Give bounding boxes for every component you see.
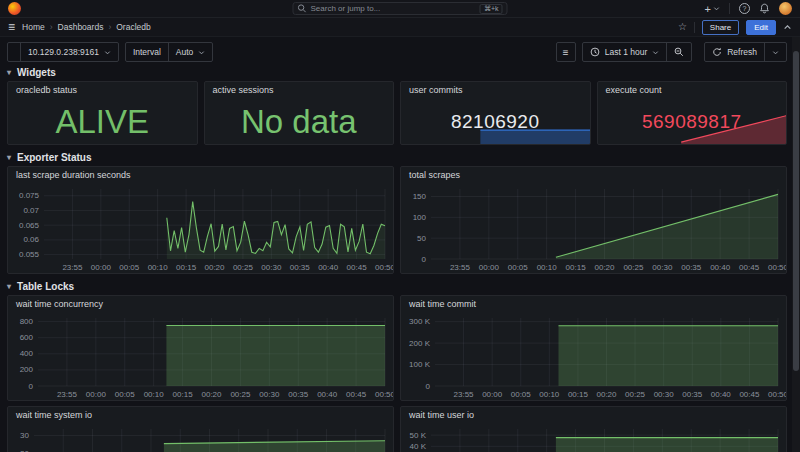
interval-dropdown[interactable]: Auto: [168, 43, 213, 61]
plus-icon: +: [705, 3, 711, 15]
help-icon[interactable]: ?: [739, 3, 750, 14]
time-range-picker[interactable]: Last 1 hour: [583, 43, 667, 61]
collapse-header-chevron-up-icon[interactable]: [783, 23, 792, 32]
favorite-star-icon[interactable]: ☆: [678, 22, 687, 32]
row-title: Widgets: [17, 67, 56, 78]
svg-text:00:50: 00:50: [375, 390, 393, 399]
svg-text:00:50: 00:50: [768, 390, 786, 399]
panel-total-scrapes: total scrapes 23:5500:0000:0500:1000:150…: [400, 166, 787, 274]
svg-text:00:30: 00:30: [654, 390, 675, 399]
svg-text:00:35: 00:35: [681, 263, 702, 272]
stat-value: 82106920: [451, 112, 540, 131]
svg-text:00:30: 00:30: [652, 263, 673, 272]
svg-text:00:15: 00:15: [566, 263, 587, 272]
svg-text:00:45: 00:45: [346, 390, 367, 399]
svg-text:00:25: 00:25: [233, 263, 254, 272]
svg-text:00:00: 00:00: [86, 390, 107, 399]
svg-text:600: 600: [20, 333, 34, 342]
scrollbar-track[interactable]: [792, 37, 800, 452]
search-icon: [298, 4, 307, 13]
panel-title[interactable]: wait time commit: [401, 296, 786, 312]
add-new-button[interactable]: +: [705, 3, 720, 15]
svg-text:150: 150: [413, 192, 427, 201]
panel-oracledb-status: oracledb status ALIVE: [7, 81, 198, 145]
breadcrumb-home[interactable]: Home: [22, 22, 45, 32]
svg-text:23:55: 23:55: [62, 263, 83, 272]
notifications-bell-icon[interactable]: [759, 3, 770, 14]
time-series-chart[interactable]: 23:5500:0000:0500:1000:1500:2000:2500:30…: [8, 423, 393, 452]
svg-text:00:15: 00:15: [176, 263, 197, 272]
svg-text:23:55: 23:55: [454, 390, 475, 399]
zoom-out-time-button[interactable]: [666, 43, 691, 61]
panel-title[interactable]: oracledb status: [8, 82, 197, 98]
svg-text:0.075: 0.075: [19, 191, 40, 200]
stat-value: No data: [241, 105, 357, 138]
kiosk-mode-button[interactable]: ≡: [556, 42, 576, 62]
time-series-chart[interactable]: 23:5500:0000:0500:1000:1500:2000:2500:30…: [401, 183, 786, 273]
time-series-chart[interactable]: 23:5500:0000:0500:1000:1500:2000:2500:30…: [401, 423, 786, 452]
panel-title[interactable]: active sessions: [205, 82, 394, 98]
edit-button[interactable]: Edit: [746, 20, 776, 35]
panel-title[interactable]: wait time concurrency: [8, 296, 393, 312]
time-series-chart[interactable]: 23:5500:0000:0500:1000:1500:2000:2500:30…: [8, 183, 393, 273]
svg-text:00:25: 00:25: [230, 390, 251, 399]
svg-text:100 K: 100 K: [409, 360, 431, 369]
user-avatar[interactable]: [779, 2, 792, 15]
svg-text:00:50: 00:50: [375, 263, 393, 272]
svg-text:0.055: 0.055: [19, 250, 40, 259]
variable-label: [8, 43, 20, 61]
interval-value: Auto: [176, 47, 194, 57]
refresh-interval-dropdown[interactable]: [764, 43, 786, 61]
search-input[interactable]: Search or jump to... ⌘+k: [293, 2, 508, 15]
svg-text:00:20: 00:20: [596, 390, 617, 399]
divider: [729, 3, 730, 14]
panel-wait-time-commit: wait time commit 23:5500:0000:0500:1000:…: [400, 295, 787, 401]
grafana-logo[interactable]: [8, 2, 21, 15]
svg-text:400: 400: [20, 349, 34, 358]
svg-text:00:20: 00:20: [204, 263, 225, 272]
svg-text:00:25: 00:25: [623, 263, 644, 272]
svg-text:00:00: 00:00: [479, 263, 500, 272]
chevron-down-icon: [772, 49, 779, 56]
share-button[interactable]: Share: [702, 20, 739, 35]
magnifier-minus-icon: [674, 47, 684, 57]
svg-text:00:45: 00:45: [347, 263, 368, 272]
interval-label: Interval: [126, 43, 168, 61]
panel-title[interactable]: total scrapes: [401, 167, 786, 183]
panel-user-commits: user commits 82106920: [400, 81, 591, 145]
panel-title[interactable]: wait time user io: [401, 407, 786, 423]
breadcrumb-current-dashboard: Oracledb: [116, 22, 151, 32]
svg-text:00:50: 00:50: [768, 263, 786, 272]
row-title: Table Locks: [17, 281, 74, 292]
clock-icon: [590, 47, 600, 57]
time-series-chart[interactable]: 23:5500:0000:0500:1000:1500:2000:2500:30…: [401, 312, 786, 400]
panel-active-sessions: active sessions No data: [204, 81, 395, 145]
panel-title[interactable]: last scrape duration seconds: [8, 167, 393, 183]
svg-text:0: 0: [29, 382, 34, 391]
svg-text:0.065: 0.065: [19, 221, 40, 230]
menu-hamburger-icon[interactable]: ≡: [8, 21, 15, 33]
svg-text:00:05: 00:05: [115, 390, 136, 399]
svg-text:00:00: 00:00: [482, 390, 503, 399]
svg-text:30: 30: [20, 431, 29, 440]
row-header-table-locks[interactable]: ▾ Table Locks: [7, 279, 793, 293]
svg-text:0: 0: [422, 255, 427, 264]
breadcrumb: Home › Dashboards › Oracledb: [22, 22, 151, 32]
time-series-chart[interactable]: 23:5500:0000:0500:1000:1500:2000:2500:30…: [8, 312, 393, 400]
panel-title[interactable]: wait time system io: [8, 407, 393, 423]
svg-text:00:10: 00:10: [144, 390, 165, 399]
row-header-exporter-status[interactable]: ▾ Exporter Status: [7, 150, 793, 164]
panel-title[interactable]: execute count: [598, 82, 787, 98]
svg-text:00:05: 00:05: [511, 390, 532, 399]
svg-text:00:10: 00:10: [537, 263, 558, 272]
instance-variable-dropdown[interactable]: 10.129.0.238:9161: [20, 43, 118, 61]
svg-text:50: 50: [417, 234, 426, 243]
row-chevron-down-icon: ▾: [7, 282, 11, 291]
svg-text:00:25: 00:25: [625, 390, 646, 399]
breadcrumb-dashboards[interactable]: Dashboards: [58, 22, 104, 32]
scrollbar-thumb[interactable]: [793, 51, 799, 371]
row-header-widgets[interactable]: ▾ Widgets: [7, 65, 793, 79]
panel-title[interactable]: user commits: [401, 82, 590, 98]
svg-text:800: 800: [20, 317, 34, 326]
refresh-button[interactable]: Refresh: [705, 43, 764, 61]
